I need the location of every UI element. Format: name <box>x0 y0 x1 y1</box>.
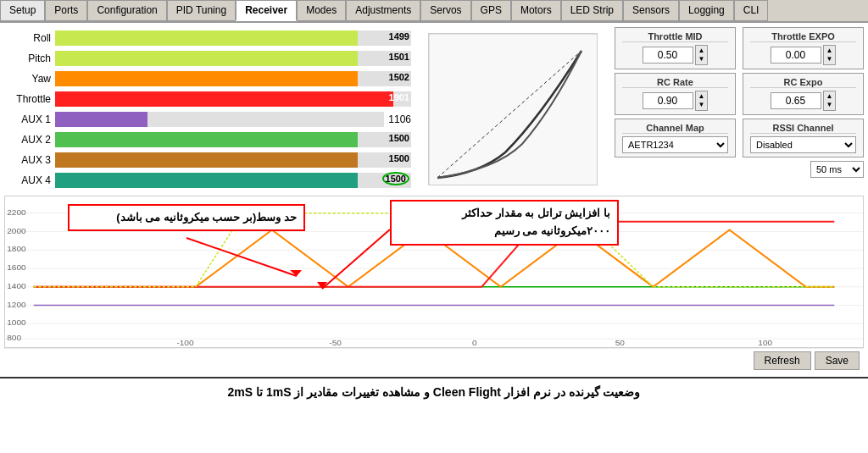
channel-map-label: Channel Map <box>622 123 728 134</box>
curve-svg <box>428 33 598 185</box>
channel-value-aux4: 1500 <box>382 174 409 184</box>
svg-text:100: 100 <box>758 339 772 347</box>
tab-cli[interactable]: CLI <box>734 0 769 21</box>
rc-expo-up[interactable]: ▲ <box>826 92 833 101</box>
throttle-mid-down[interactable]: ▼ <box>698 55 705 64</box>
channel-bar-throttle: 1901 <box>55 91 411 107</box>
chart-section: حد وسط(بر حسب میکروثانیه می باشد) با افز… <box>0 196 868 377</box>
tab-adjustments[interactable]: Adjustments <box>346 0 420 21</box>
tab-ports[interactable]: Ports <box>45 0 87 21</box>
channel-label-aux1: AUX 1 <box>4 113 55 125</box>
svg-text:1400: 1400 <box>7 281 25 290</box>
channel-value-aux1: 1106 <box>388 113 411 125</box>
tab-setup[interactable]: Setup <box>0 0 45 21</box>
throttle-expo-input[interactable] <box>771 47 821 64</box>
channel-value-pitch: 1501 <box>389 52 409 62</box>
svg-text:2000: 2000 <box>7 226 25 235</box>
channel-value-yaw: 1502 <box>389 72 409 82</box>
channel-label-aux2: AUX 2 <box>4 134 55 146</box>
svg-text:0: 0 <box>472 339 477 347</box>
control-row-map: Channel Map AETR1234 TAER1234 RSSI Chann… <box>615 119 864 157</box>
annotation-text-2a: با افزایش تراتل به مقدار حداکثر <box>398 205 610 223</box>
rc-expo-input[interactable] <box>771 92 821 109</box>
channel-label-aux3: AUX 3 <box>4 154 55 166</box>
tab-led-strip[interactable]: LED Strip <box>561 0 623 21</box>
footer-text: وضعیت گیرنده در نرم افزار Cleen Flight و… <box>228 385 641 399</box>
top-section: Roll 1499 Pitch 1501 Yaw <box>0 23 868 196</box>
footer: وضعیت گیرنده در نرم افزار Cleen Flight و… <box>0 377 868 406</box>
control-row-throttle: Throttle MID ▲ ▼ Throttle EXPO <box>615 27 864 69</box>
tab-sensors[interactable]: Sensors <box>623 0 679 21</box>
channel-row-roll: Roll 1499 <box>4 29 411 47</box>
save-button[interactable]: Save <box>815 351 860 370</box>
tab-logging[interactable]: Logging <box>679 0 734 21</box>
svg-text:1800: 1800 <box>7 245 25 253</box>
rc-rate-group: RC Rate ▲ ▼ <box>615 73 736 115</box>
channel-value-aux2: 1500 <box>389 133 409 143</box>
rssi-channel-group: RSSI Channel Disabled AUX 1 AUX 2 <box>743 119 864 157</box>
svg-text:-50: -50 <box>329 339 342 347</box>
throttle-mid-up[interactable]: ▲ <box>698 47 705 55</box>
throttle-expo-spinner[interactable]: ▲ ▼ <box>823 45 837 65</box>
channel-row-aux3: AUX 3 1500 <box>4 151 411 169</box>
channel-value-throttle: 1901 <box>389 92 409 102</box>
rc-rate-up[interactable]: ▲ <box>698 92 705 101</box>
rc-rate-down[interactable]: ▼ <box>698 101 705 109</box>
channel-bar-pitch: 1501 <box>55 51 411 66</box>
channel-row-yaw: Yaw 1502 <box>4 69 411 88</box>
interval-select[interactable]: 50 ms 100 ms 200 ms <box>810 161 864 178</box>
channel-label-aux4: AUX 4 <box>4 174 55 186</box>
channel-label-roll: Roll <box>4 32 55 44</box>
tab-modes[interactable]: Modes <box>297 0 346 21</box>
svg-text:50: 50 <box>615 339 625 347</box>
channel-map-select[interactable]: AETR1234 TAER1234 <box>622 136 728 153</box>
throttle-expo-up[interactable]: ▲ <box>826 47 833 55</box>
throttle-expo-group: Throttle EXPO ▲ ▼ <box>743 27 864 69</box>
rssi-channel-select[interactable]: Disabled AUX 1 AUX 2 <box>750 136 856 153</box>
channel-bar-yaw: 1502 <box>55 71 411 86</box>
refresh-button[interactable]: Refresh <box>754 351 811 370</box>
rc-rate-input[interactable] <box>643 92 693 109</box>
annotation-text-1: حد وسط(بر حسب میکروثانیه می باشد) <box>116 211 297 224</box>
chart-bottom: Refresh Save <box>4 348 864 373</box>
channel-bar-aux2: 1500 <box>55 132 411 147</box>
throttle-mid-spinner[interactable]: ▲ ▼ <box>695 45 709 65</box>
rc-rate-spinner[interactable]: ▲ ▼ <box>695 91 709 111</box>
rc-rate-label: RC Rate <box>622 77 728 88</box>
rc-expo-label: RC Expo <box>750 77 856 88</box>
throttle-mid-label: Throttle MID <box>622 31 728 42</box>
tab-pid-tuning[interactable]: PID Tuning <box>167 0 236 21</box>
svg-text:-100: -100 <box>176 339 193 347</box>
main-content: Roll 1499 Pitch 1501 Yaw <box>0 23 868 406</box>
rc-expo-spinner[interactable]: ▲ ▼ <box>823 91 837 111</box>
svg-text:2200: 2200 <box>7 207 25 216</box>
throttle-mid-group: Throttle MID ▲ ▼ <box>615 27 736 69</box>
nav-tabs: Setup Ports Configuration PID Tuning Rec… <box>0 0 868 23</box>
tab-configuration[interactable]: Configuration <box>87 0 166 21</box>
channel-row-pitch: Pitch 1501 <box>4 49 411 68</box>
channel-row-aux2: AUX 2 1500 <box>4 130 411 149</box>
tab-servos[interactable]: Servos <box>420 0 470 21</box>
curve-chart <box>420 27 606 191</box>
throttle-expo-down[interactable]: ▼ <box>826 55 833 64</box>
channel-row-throttle: Throttle 1901 <box>4 90 411 108</box>
throttle-mid-input[interactable] <box>643 47 693 64</box>
tab-gps[interactable]: GPS <box>471 0 511 21</box>
svg-text:800: 800 <box>7 334 21 342</box>
controls-panel: Throttle MID ▲ ▼ Throttle EXPO <box>615 27 864 191</box>
rc-expo-down[interactable]: ▼ <box>826 101 833 109</box>
channel-label-throttle: Throttle <box>4 93 55 105</box>
tab-receiver[interactable]: Receiver <box>236 0 297 21</box>
channel-label-pitch: Pitch <box>4 52 55 64</box>
rc-expo-group: RC Expo ▲ ▼ <box>743 73 864 115</box>
annotation-box-2: با افزایش تراتل به مقدار حداکثر ۲۰۰۰میکر… <box>390 200 619 246</box>
svg-text:1000: 1000 <box>7 318 25 327</box>
annotation-box-1: حد وسط(بر حسب میکروثانیه می باشد) <box>68 204 305 231</box>
channel-row-aux1: AUX 1 1106 <box>4 110 411 129</box>
channel-bar-roll: 1499 <box>55 30 411 46</box>
channel-bar-aux4: 1500 <box>55 173 411 188</box>
tab-motors[interactable]: Motors <box>511 0 561 21</box>
channel-value-aux3: 1500 <box>389 153 409 163</box>
svg-text:1200: 1200 <box>7 300 25 308</box>
svg-text:1600: 1600 <box>7 263 25 272</box>
